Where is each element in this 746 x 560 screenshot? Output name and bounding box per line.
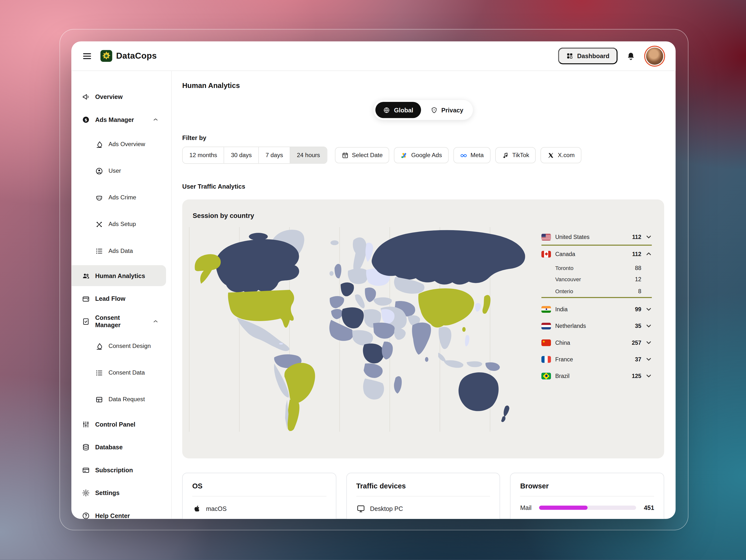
filter-by-label: Filter by [182,134,664,141]
browser-row-mail[interactable]: Mail 451 [520,504,654,511]
filter-tiktok[interactable]: TikTok [495,147,536,163]
sidebar-item-ads-manager[interactable]: $ Ads Manager [71,108,171,131]
sidebar-item-settings[interactable]: Settings [71,481,171,504]
filter-12-months[interactable]: 12 months [183,147,224,163]
sidebar-item-label: Ads Manager [95,116,134,123]
filter-x[interactable]: X.com [541,147,581,163]
browser-card: Browser Mail 451 [510,473,664,519]
sidebar-item-ads-setup[interactable]: Ads Setup [71,211,171,237]
tab-global[interactable]: Global [376,102,421,118]
credit-card-icon [82,466,90,474]
nl-flag-icon [541,323,551,329]
sidebar-item-ads-data[interactable]: Ads Data [71,237,171,264]
sidebar-item-overview[interactable]: Overview [71,85,171,108]
sidebar-item-label: Lead Flow [95,295,125,302]
os-card-title: OS [192,482,326,490]
city-value: 88 [635,264,641,271]
country-value: 99 [635,306,641,312]
country-row-france[interactable]: France 37 [541,351,652,367]
country-row-canada[interactable]: Canada 112 [541,246,652,262]
hamburger-menu-icon[interactable] [82,51,92,61]
datacops-logo[interactable] [100,50,113,62]
monitor-icon [356,504,365,513]
city-row-onterio[interactable]: Onterio 8 [541,285,652,298]
sidebar-item-user[interactable]: User [71,158,171,184]
country-row-india[interactable]: India 99 [541,301,652,317]
sidebar-item-ads-crime[interactable]: Ads Crime [71,184,171,211]
mode-toggle-wrap: Global Privacy [182,100,664,120]
table-icon [95,395,103,403]
map-region-nigeria [352,330,373,345]
chevron-up-icon[interactable] [645,251,652,257]
os-item-label: macOS [206,505,227,512]
document-check-icon [82,317,90,326]
map-region-sudan [373,323,395,339]
chevron-down-icon[interactable] [645,339,652,345]
map-region-mexico [237,318,289,351]
dashboard-button[interactable]: Dashboard [558,48,618,64]
main-content: Human Analytics Global [172,71,676,519]
device-row-desktop-pc[interactable]: Desktop PC [356,504,490,513]
country-row-netherlands[interactable]: Netherlands 35 [541,318,652,334]
sidebar-item-ads-overview[interactable]: Ads Overview [71,131,171,158]
brand-name: DataCops [116,51,157,61]
sidebar-item-database[interactable]: Database [71,436,171,458]
country-name: Canada [555,251,575,257]
chevron-up-icon[interactable] [152,318,159,325]
mask-icon [95,194,103,202]
sidebar-item-data-request[interactable]: Data Request [71,386,171,413]
sidebar-item-label: Subscription [95,466,133,473]
device-item-label: Desktop PC [370,505,403,512]
tab-privacy[interactable]: Privacy [423,102,471,118]
bell-icon[interactable] [626,51,636,61]
country-name: Netherlands [555,323,586,329]
sidebar-item-consent-manager[interactable]: Consent Manager [71,310,171,333]
filter-meta[interactable]: Meta [454,147,491,163]
sidebar-item-control-panel[interactable]: Control Panel [71,413,171,436]
map-region-italy [355,295,365,308]
sidebar-item-label: Database [95,444,123,451]
mode-toggle: Global Privacy [374,100,473,120]
country-name: United States [555,233,590,240]
dashboard-button-label: Dashboard [577,52,609,59]
stage: DataCops Dashboard [0,0,746,560]
sidebar-item-lead-flow[interactable]: Lead Flow [71,287,171,310]
chevron-down-icon[interactable] [645,323,652,329]
question-icon [82,511,90,519]
country-name: India [555,306,568,312]
user-icon [95,167,103,175]
chevron-down-icon[interactable] [645,373,652,379]
crossed-tools-icon [95,220,103,228]
avatar[interactable] [646,48,663,64]
filter-24-hours[interactable]: 24 hours [290,147,327,163]
chevron-down-icon[interactable] [645,234,652,240]
sidebar: Overview $ Ads Manager Ads Overview [71,71,172,519]
us-flag-icon [541,233,551,240]
select-date-button[interactable]: Select Date [335,147,389,163]
sidebar-item-label: Settings [95,489,120,496]
filter-google-ads[interactable]: Google Ads [394,147,449,163]
country-row-china[interactable]: China 257 [541,334,652,351]
traffic-devices-card: Traffic devices Desktop PC [346,473,500,519]
meta-label: Meta [470,152,484,159]
os-row-macos[interactable]: macOS [192,504,326,513]
chevron-down-icon[interactable] [645,356,652,362]
sidebar-item-consent-data[interactable]: Consent Data [71,359,171,386]
people-icon [82,272,90,280]
sidebar-item-label: User [108,168,121,174]
sidebar-item-help-center[interactable]: Help Center [71,504,171,519]
filter-7-days[interactable]: 7 days [258,147,290,163]
chevron-up-icon[interactable] [152,116,159,123]
country-row-brazil[interactable]: Brazil 125 [541,367,652,384]
map-region-horn [394,328,406,340]
session-by-country-card: Session by country [182,199,664,458]
city-row-toronto[interactable]: Toronto 88 [541,262,652,274]
sidebar-item-subscription[interactable]: Subscription [71,458,171,481]
shield-icon [430,106,437,113]
filter-30-days[interactable]: 30 days [224,147,258,163]
sidebar-item-human-analytics[interactable]: Human Analytics [71,264,171,287]
chevron-down-icon[interactable] [645,306,652,312]
country-row-united-states[interactable]: United States 112 [541,229,652,246]
city-row-vancouver[interactable]: Vancouver 12 [541,274,652,285]
sidebar-item-consent-design[interactable]: Consent Design [71,333,171,359]
